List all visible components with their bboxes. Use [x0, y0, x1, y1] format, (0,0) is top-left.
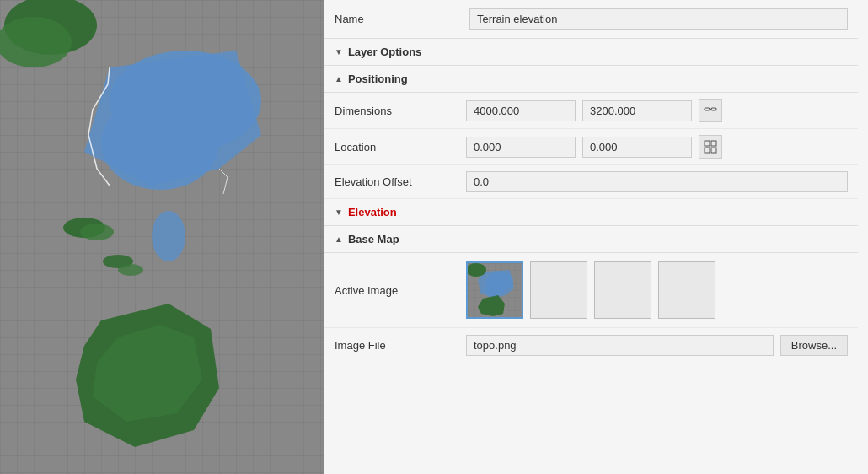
- base-map-content: Active Image: [324, 253, 858, 363]
- name-input[interactable]: [469, 8, 848, 30]
- positioning-chevron: ▲: [335, 74, 343, 83]
- elevation-offset-label: Elevation Offset: [335, 175, 459, 188]
- elevation-offset-row: Elevation Offset: [324, 165, 858, 199]
- map-visualization: [0, 0, 324, 474]
- active-image-thumbnail-3[interactable]: [594, 261, 651, 319]
- location-row: Location: [324, 129, 858, 165]
- active-image-thumbnail-2[interactable]: [530, 261, 587, 319]
- dimensions-y-input[interactable]: [582, 100, 692, 121]
- name-row: Name: [324, 0, 858, 39]
- layer-options-chevron: ▼: [335, 47, 343, 57]
- svg-rect-14: [705, 108, 710, 110]
- svg-rect-19: [705, 148, 710, 153]
- dimensions-x-input[interactable]: [466, 100, 576, 121]
- base-map-chevron: ▲: [335, 234, 343, 244]
- elevation-chevron: ▼: [335, 207, 343, 217]
- positioning-header[interactable]: ▲ Positioning: [324, 66, 858, 93]
- positioning-content: Dimensions Location: [324, 93, 858, 199]
- name-label: Name: [335, 13, 469, 25]
- svg-rect-18: [711, 141, 716, 146]
- position-icon[interactable]: [699, 135, 722, 159]
- active-image-thumbnail-1[interactable]: [466, 261, 523, 319]
- link-icon[interactable]: [699, 99, 722, 122]
- dimensions-row: Dimensions: [324, 93, 858, 129]
- svg-point-9: [80, 224, 114, 240]
- positioning-title: Positioning: [348, 73, 408, 85]
- properties-panel: Name ▼ Layer Options ▲ Positioning Dimen…: [324, 0, 868, 474]
- active-image-thumbnail-4[interactable]: [658, 261, 715, 319]
- svg-rect-20: [711, 148, 716, 153]
- location-y-input[interactable]: [582, 137, 692, 158]
- elevation-offset-input[interactable]: [466, 171, 848, 192]
- svg-point-5: [152, 211, 185, 261]
- image-file-label: Image File: [335, 339, 459, 352]
- location-x-input[interactable]: [466, 137, 576, 158]
- elevation-header[interactable]: ▼ Elevation: [324, 199, 858, 226]
- base-map-header[interactable]: ▲ Base Map: [324, 226, 858, 253]
- active-image-label: Active Image: [335, 284, 459, 297]
- active-image-row: Active Image: [324, 253, 858, 328]
- properties-content: Name ▼ Layer Options ▲ Positioning Dimen…: [324, 0, 868, 474]
- location-label: Location: [335, 141, 459, 154]
- svg-rect-15: [711, 108, 716, 110]
- layer-options-header[interactable]: ▼ Layer Options: [324, 39, 858, 66]
- elevation-title: Elevation: [348, 206, 397, 218]
- browse-button[interactable]: Browse...: [780, 335, 848, 356]
- base-map-title: Base Map: [348, 233, 399, 245]
- svg-point-13: [118, 264, 143, 276]
- dimensions-label: Dimensions: [335, 105, 459, 117]
- layer-options-title: Layer Options: [348, 46, 421, 58]
- image-file-input[interactable]: [466, 335, 774, 356]
- image-file-row: Image File Browse...: [324, 328, 858, 363]
- svg-rect-17: [705, 141, 710, 146]
- map-panel: [0, 0, 324, 474]
